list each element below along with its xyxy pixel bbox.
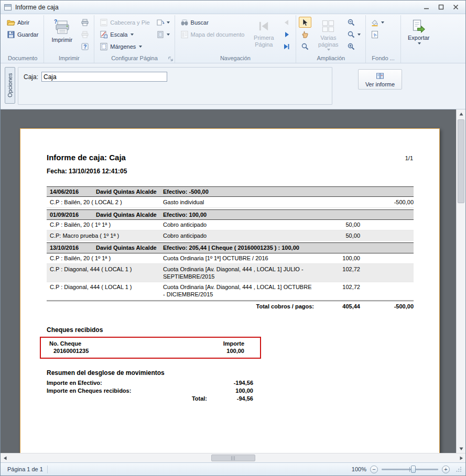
zoom-slider-track[interactable] (382, 469, 438, 470)
preview-area: Informe de caja: Caja 1/1 Fecha: 13/10/2… (1, 109, 465, 453)
caja-label: Caja: (24, 73, 38, 81)
pointer-tool-button[interactable] (299, 17, 311, 28)
resumen-row: Importe en Cheques recibidos: 100,00 (47, 386, 253, 394)
zoom-out-button-statusbar[interactable]: − (370, 466, 378, 473)
zoom-in-button-statusbar[interactable]: + (442, 466, 450, 473)
varias-paginas-caret (327, 49, 330, 51)
cheque-importe: 100,00 (226, 348, 244, 354)
ribbon-group-documento: Abrir Guardar Documento (2, 15, 44, 63)
window-title: Informe de caja (15, 4, 59, 11)
ribbon-group-exportar: Exportar (401, 15, 437, 63)
scroll-up-arrow[interactable] (457, 109, 465, 118)
pagina-anterior-button[interactable] (280, 17, 293, 28)
document-map-icon (180, 30, 189, 39)
magnifier-icon (301, 42, 309, 51)
zoom-controls: 100% − + (352, 465, 463, 473)
cell-property: C.P : Bailén, 20 ( LOCAL 2 ) (47, 198, 163, 206)
caja-input[interactable] (41, 72, 167, 82)
close-button[interactable] (451, 3, 460, 12)
buscar-button[interactable]: Buscar (178, 17, 247, 28)
cheques-col-importe: Importe (223, 340, 244, 347)
scroll-down-arrow[interactable] (457, 444, 465, 453)
pagina-siguiente-button[interactable] (280, 29, 293, 40)
page-count-label: Página 1 de 1 (3, 466, 47, 472)
cell-amount: 102,72 (319, 283, 360, 291)
ultima-pagina-button[interactable] (280, 41, 293, 52)
resumen-value: 100,00 (235, 388, 253, 394)
page-orientation-icon (156, 18, 165, 27)
help-button[interactable]: ? (79, 41, 91, 52)
report-date: Fecha: 13/10/2016 12:41:05 (47, 168, 413, 175)
ribbon-group-configurar: Cabecera y Pie Escala Márgenes (94, 15, 175, 63)
vertical-scrollbar-thumb[interactable] (458, 119, 464, 203)
horizontal-scrollbar[interactable] (1, 453, 465, 462)
scroll-left-arrow[interactable] (1, 453, 9, 462)
varias-paginas-button[interactable]: Varias páginas (313, 17, 343, 52)
resumen-label: Importe en Efectivo: (47, 380, 102, 386)
magnifier-tool-button[interactable] (299, 41, 311, 52)
total-label: Total cobros / pagos: (47, 303, 319, 309)
tamano-papel-button[interactable] (154, 29, 172, 40)
cell-concept: Cobro anticipado (163, 221, 319, 228)
preview-canvas[interactable]: Informe de caja: Caja 1/1 Fecha: 13/10/2… (1, 109, 456, 453)
resize-grip-icon[interactable] (456, 466, 462, 472)
ribbon: Abrir Guardar Documento ? Imprimir (1, 14, 465, 63)
report-page[interactable]: Informe de caja: Caja 1/1 Fecha: 13/10/2… (20, 128, 440, 453)
zoom-slider[interactable] (382, 465, 438, 473)
margenes-button[interactable]: Márgenes (97, 41, 152, 52)
color-fondo-button[interactable] (369, 17, 386, 28)
report-book-icon (376, 72, 384, 80)
multiple-pages-icon (321, 19, 335, 34)
horizontal-scrollbar-thumb[interactable] (211, 455, 255, 461)
svg-text:?: ? (84, 43, 87, 49)
group-summary: Efectivo: -500,00 (163, 188, 336, 195)
watermark-icon: A (371, 30, 379, 39)
orientacion-caret (167, 21, 170, 24)
zoom-level-button[interactable] (345, 29, 363, 40)
hand-tool-button[interactable] (299, 29, 311, 40)
zoom-percent-label: 100% (352, 466, 366, 472)
table-row: C.P : Diagonal, 444 ( LOCAL 1 ) Cuota Or… (47, 264, 414, 282)
report-page-indicator: 1/1 (405, 155, 413, 161)
primera-pagina-button[interactable]: Primera Página (248, 17, 279, 50)
cell-amount: 100,00 (319, 254, 360, 262)
cheques-heading: Cheques recibidos (47, 326, 413, 334)
mapa-documento-button[interactable]: Mapa del documento (178, 29, 247, 40)
exportar-button[interactable]: Exportar (404, 17, 434, 50)
ver-informe-button[interactable]: Ver informe (358, 69, 402, 90)
ribbon-group-fondo: A Fondo ... (366, 15, 400, 63)
group-name: David Quintas Alcalde (96, 244, 163, 251)
horizontal-scrollbar-track[interactable] (9, 453, 457, 462)
abrir-button[interactable]: Abrir (4, 17, 41, 28)
scroll-right-arrow[interactable] (457, 453, 465, 462)
opciones-tab[interactable]: Opciones (5, 67, 15, 104)
cell-amount: 50,00 (319, 232, 360, 239)
ver-informe-label: Ver informe (365, 81, 395, 87)
app-window: Informe de caja Abrir Guardar (0, 0, 466, 476)
escala-button[interactable]: Escala (97, 29, 152, 40)
cell-concept: Cuota Ordinaria [1º 1ª] OCTUBRE / 2016 (163, 254, 319, 262)
group-date: 01/09/2016 (47, 211, 96, 218)
group-label-exportar (403, 54, 435, 63)
question-mark-icon: ? (81, 42, 89, 51)
titlebar: Informe de caja (1, 1, 465, 14)
guardar-button[interactable]: Guardar (4, 29, 41, 40)
zoom-slider-thumb[interactable] (411, 466, 416, 473)
zoom-level-caret (357, 34, 361, 36)
zoom-in-button[interactable] (345, 41, 363, 52)
maximize-button[interactable] (436, 3, 446, 12)
imprimir-button[interactable]: ? Imprimir (47, 17, 77, 50)
vertical-scrollbar-track[interactable] (457, 203, 465, 444)
vertical-scrollbar[interactable] (456, 109, 465, 453)
report-table: 14/06/2016 David Quintas Alcalde Efectiv… (47, 186, 414, 312)
abrir-label: Abrir (17, 19, 29, 26)
cabecera-pie-button[interactable]: Cabecera y Pie (97, 17, 152, 28)
minimize-button[interactable] (421, 3, 431, 12)
zoom-out-button[interactable] (345, 17, 363, 28)
marca-agua-button[interactable]: A (369, 29, 386, 40)
resumen-total-label: Total: (192, 395, 207, 402)
orientacion-button[interactable] (154, 17, 172, 28)
quick-print-button[interactable] (79, 17, 91, 28)
mapa-documento-label: Mapa del documento (191, 31, 245, 38)
print-options-button[interactable] (79, 29, 91, 40)
